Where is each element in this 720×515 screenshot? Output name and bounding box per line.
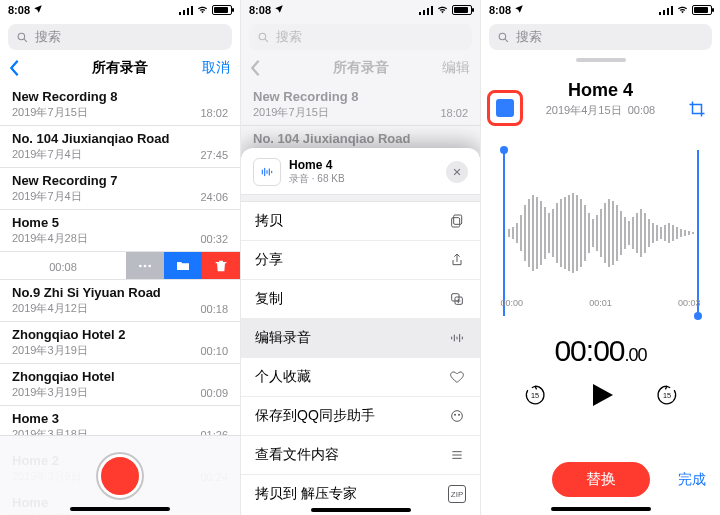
file-meta: 录音 · 68 KB [289,172,438,186]
search-bar[interactable]: 搜索 [489,24,712,50]
home-indicator [311,508,411,512]
battery-icon [212,5,232,15]
more-icon [137,258,153,274]
back-button[interactable] [249,59,261,77]
move-to-folder-action[interactable] [164,252,202,279]
svg-line-20 [505,39,508,42]
sheet-favorite[interactable]: 个人收藏 [241,358,480,397]
done-button[interactable]: 完成 [678,471,706,489]
list-item[interactable]: New Recording 82019年7月15日18:02 [241,84,480,126]
folder-icon [175,258,191,274]
trim-button[interactable] [688,100,706,122]
playback-controls: 15 15 [522,380,680,410]
delete-action[interactable] [202,252,240,279]
svg-text:15: 15 [663,391,671,400]
nav-header: 所有录音 编辑 [241,56,480,80]
svg-point-16 [452,411,463,422]
search-bar[interactable]: 搜索 [8,24,232,50]
search-icon [497,31,510,44]
zip-icon: ZIP [448,485,466,503]
edit-button[interactable]: 编辑 [442,59,470,77]
battery-icon [692,5,712,15]
replace-button[interactable]: 替换 [552,462,650,497]
sheet-header: Home 4 录音 · 68 KB [241,148,480,194]
svg-rect-13 [452,218,460,227]
wifi-icon [676,5,689,15]
nav-header: 所有录音 取消 [0,56,240,80]
play-icon [586,380,616,410]
svg-rect-7 [262,170,263,175]
svg-point-4 [148,264,151,267]
share-sheet: Home 4 录音 · 68 KB 拷贝 分享 复制 编辑录音 个人收藏 保存到… [241,148,480,515]
recording-title: Home 4 [568,80,633,101]
home-indicator [551,507,651,511]
list-item-selected[interactable]: Home 52019年4月28日00:32 [0,210,240,252]
phone-1: 8:08 搜索 所有录音 取消 New Recording 82019年7月15… [0,0,240,515]
waveform-area[interactable]: 00:00 00:01 00:03 [497,148,705,318]
playhead-time: 00:08 [49,261,77,273]
sheet-edit-recording[interactable]: 编辑录音 [241,319,480,358]
skip-back-button[interactable]: 15 [522,382,548,408]
record-button[interactable] [98,454,142,498]
svg-rect-11 [271,171,272,173]
close-icon [452,167,462,177]
search-bar[interactable]: 搜索 [249,24,472,50]
sheet-save-qq[interactable]: 保存到QQ同步助手 [241,397,480,436]
svg-rect-8 [264,168,265,176]
phone-3: 8:08 搜索 Home 4 2019年4月15日 00:08 [480,0,720,515]
editor-view: Home 4 2019年4月15日 00:08 00:00 [481,62,720,515]
skip-forward-icon: 15 [655,383,679,407]
list-item[interactable]: No. 104 Jiuxianqiao Road2019年7月4日27:45 [0,126,240,168]
list-item[interactable]: Zhongqiao Hotel 22019年3月19日00:10 [0,322,240,364]
sheet-share[interactable]: 分享 [241,241,480,280]
wifi-icon [436,5,449,15]
back-button[interactable] [8,59,20,77]
sheet-copy-to-app[interactable]: 拷贝到 解压专家ZIP [241,475,480,509]
search-placeholder: 搜索 [35,28,61,46]
play-button[interactable] [586,380,616,410]
home-indicator [70,507,170,511]
nav-title: 所有录音 [92,59,148,77]
svg-point-19 [499,33,506,40]
duplicate-icon [448,290,466,308]
svg-point-0 [18,33,25,40]
qq-icon [448,407,466,425]
waveform [497,178,705,288]
svg-point-18 [458,414,460,416]
trash-icon [213,258,229,274]
sheet-view-contents[interactable]: 查看文件内容 [241,436,480,475]
svg-point-3 [144,264,147,267]
wifi-icon [196,5,209,15]
list-item[interactable]: New Recording 82019年7月15日18:02 [0,84,240,126]
list-item[interactable]: New Recording 72019年7月4日24:06 [0,168,240,210]
sheet-copy[interactable]: 拷贝 [241,202,480,241]
skip-forward-button[interactable]: 15 [654,382,680,408]
chevron-left-icon [249,59,261,77]
list-icon [448,446,466,464]
cancel-button[interactable]: 取消 [202,59,230,77]
list-item[interactable]: Zhongqiao Hotel2019年3月19日00:09 [0,364,240,406]
time-ticks: 00:00 00:01 00:03 [497,298,705,308]
signal-icon [419,5,433,15]
status-time: 8:08 [8,4,30,16]
svg-rect-10 [269,169,270,176]
chevron-left-icon [8,59,20,77]
svg-point-2 [139,264,142,267]
more-action[interactable] [126,252,164,279]
search-icon [257,31,270,44]
audio-file-icon [253,158,281,186]
file-name: Home 4 [289,158,438,172]
svg-rect-12 [454,215,462,224]
status-bar: 8:08 [241,0,480,20]
extension-icon[interactable] [496,99,514,117]
share-icon [448,251,466,269]
close-button[interactable] [446,161,468,183]
location-icon [274,4,284,14]
recording-meta: 2019年4月15日 00:08 [546,103,655,118]
signal-icon [179,5,193,15]
playback-time: 00:00.00 [554,334,646,368]
list-item[interactable]: No.9 Zhi Si Yiyuan Road2019年4月12日00:18 [0,280,240,322]
status-bar: 8:08 [0,0,240,20]
svg-line-1 [24,39,27,42]
sheet-duplicate[interactable]: 复制 [241,280,480,319]
